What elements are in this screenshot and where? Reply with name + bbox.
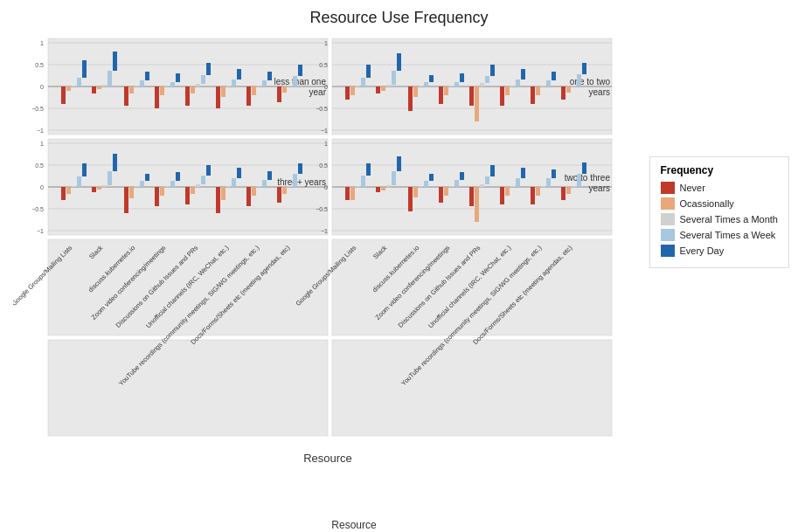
svg-rect-199 [485,176,489,184]
svg-rect-100 [366,65,371,78]
svg-rect-101 [376,86,380,93]
svg-rect-172 [282,187,287,194]
svg-text:years: years [589,87,610,97]
svg-text:1: 1 [324,141,328,147]
svg-text:−1: −1 [37,128,44,134]
svg-rect-103 [386,85,391,86]
svg-rect-204 [516,178,520,187]
svg-rect-140 [82,163,87,176]
svg-rect-160 [206,165,211,176]
svg-rect-75 [176,73,180,82]
svg-rect-91 [277,86,281,102]
svg-text:−1: −1 [321,128,328,134]
chart-title: Resource Use Frequency [0,9,798,27]
svg-rect-202 [505,187,510,196]
svg-rect-109 [424,82,428,86]
svg-rect-145 [113,154,117,171]
svg-rect-168 [257,186,261,187]
svg-rect-162 [221,187,226,200]
svg-rect-180 [366,163,371,176]
svg-rect-211 [561,187,566,200]
svg-rect-82 [221,86,226,97]
svg-rect-194 [455,180,459,187]
svg-rect-146 [124,187,128,213]
svg-rect-150 [145,174,149,181]
svg-rect-130 [552,72,556,80]
svg-rect-142 [97,187,101,190]
svg-rect-87 [252,86,256,95]
svg-text:0.5: 0.5 [319,162,328,169]
main-chart-svg: 1 0.5 0 −0.5 −1 less than one year 1 0.5… [13,34,695,462]
svg-rect-65 [113,52,117,71]
svg-rect-213 [572,186,576,187]
svg-text:−0.5: −0.5 [316,106,328,112]
svg-text:three+ years: three+ years [277,177,326,187]
legend-label-every-day: Every Day [680,245,725,256]
svg-rect-67 [129,86,134,93]
svg-rect-76 [185,86,190,106]
svg-rect-215 [582,162,586,174]
svg-rect-125 [521,69,525,79]
svg-rect-68 [135,86,139,86]
svg-rect-139 [77,176,81,187]
legend: Frequency Never Ocassionally Several Tim… [649,156,790,268]
svg-rect-207 [536,187,540,196]
svg-rect-113 [449,86,454,86]
svg-text:1: 1 [40,40,44,46]
svg-rect-105 [397,53,401,71]
svg-text:0: 0 [324,84,328,90]
several-times-week-color-swatch [661,229,675,241]
svg-rect-201 [500,187,504,204]
svg-rect-98 [356,86,360,86]
svg-rect-173 [288,186,292,187]
svg-rect-205 [521,168,525,178]
outer-wrapper: 1 0.5 0 −0.5 −1 less than one year 1 0.5… [0,34,798,523]
svg-rect-77 [191,86,195,93]
svg-rect-62 [97,86,101,89]
svg-rect-185 [397,156,401,171]
svg-rect-64 [108,71,112,86]
svg-rect-127 [536,86,540,95]
svg-rect-193 [449,186,454,187]
svg-rect-71 [155,86,159,108]
svg-text:−0.5: −0.5 [316,206,328,212]
svg-rect-183 [386,185,391,187]
svg-rect-59 [77,78,81,86]
svg-rect-133 [572,86,576,86]
svg-rect-187 [413,187,418,197]
svg-text:years: years [589,183,610,193]
svg-rect-131 [561,86,566,100]
svg-rect-56 [61,86,66,104]
svg-rect-209 [546,178,551,187]
svg-rect-141 [92,187,96,192]
svg-rect-114 [455,82,459,86]
svg-rect-191 [439,187,443,203]
svg-rect-123 [510,86,515,86]
svg-rect-120 [490,65,495,76]
svg-rect-80 [206,63,211,75]
svg-text:two to three: two to three [565,173,611,183]
svg-rect-210 [552,169,556,178]
svg-rect-107 [413,86,418,97]
svg-rect-70 [145,72,149,80]
svg-rect-8 [332,340,612,436]
svg-rect-115 [460,73,464,82]
svg-rect-93 [288,86,292,86]
svg-rect-63 [102,85,107,86]
legend-item-several-times-week: Several Times a Week [661,229,779,241]
svg-rect-79 [201,75,205,84]
svg-rect-174 [293,174,297,187]
svg-text:0.5: 0.5 [35,162,44,169]
legend-label-several-times-week: Several Times a Week [680,230,776,240]
svg-text:0: 0 [40,84,44,90]
svg-rect-214 [577,174,581,187]
svg-rect-106 [408,86,413,111]
svg-rect-74 [170,82,175,86]
svg-rect-86 [246,86,251,106]
svg-rect-197 [475,187,479,222]
svg-rect-99 [361,78,365,86]
svg-rect-189 [424,181,428,187]
legend-item-several-times-month: Several Times a Month [661,213,779,225]
svg-rect-144 [108,171,112,185]
svg-rect-110 [429,75,434,82]
